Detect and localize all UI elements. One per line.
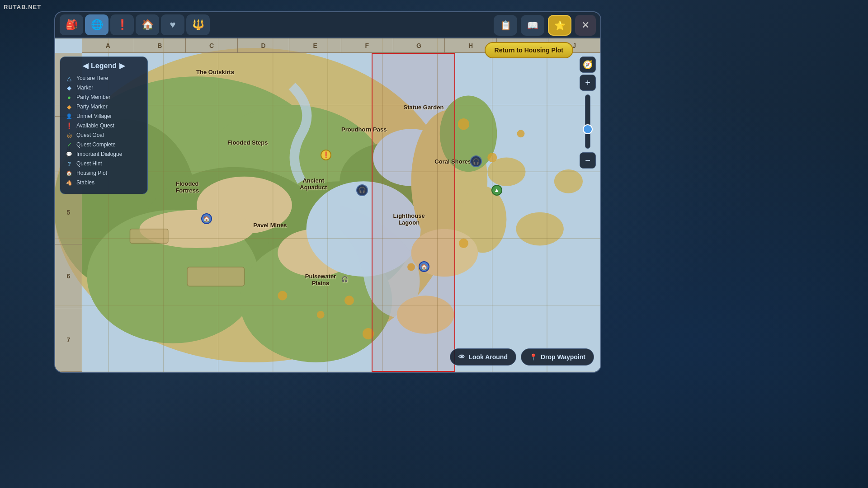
watermark: RUTAB.NET: [4, 4, 41, 10]
featured-button[interactable]: ⭐: [548, 15, 571, 36]
zoom-in-button[interactable]: +: [580, 75, 596, 91]
drop-waypoint-button[interactable]: 📍 Drop Waypoint: [521, 348, 594, 366]
quest-hint-icon: ?: [66, 160, 73, 167]
quest-complete-icon: ✓: [66, 141, 73, 148]
col-E: E: [289, 38, 341, 52]
available-quest-icon: ❗: [66, 122, 73, 129]
map-area[interactable]: A B C D E F G H I J 3 4 5 6 7: [55, 38, 600, 372]
look-around-icon: 👁: [458, 353, 465, 361]
zoom-handle: [583, 124, 593, 134]
clipboard-button[interactable]: 📋: [494, 15, 517, 36]
legend-label-quest-goal: Quest Goal: [76, 132, 104, 138]
party-member-icon: ●: [66, 94, 73, 101]
legend-quest-complete: ✓ Quest Complete: [66, 141, 142, 148]
legend-arrow-left[interactable]: ◀: [83, 61, 88, 70]
marker-housing-bottom-right[interactable]: 🏠: [419, 261, 429, 272]
location-ancient-aquaduct: AncientAquaduct: [300, 177, 327, 191]
location-pulsewater-plains: PulsewaterPlains: [305, 273, 336, 286]
legend-label-quest-hint: Quest Hint: [76, 160, 102, 167]
legend-label-marker: Marker: [76, 84, 93, 91]
legend-quest-goal: ◎ Quest Goal: [66, 131, 142, 139]
screen-background: RUTAB.NET 🎒 🌐 ❗ 🏠 ♥ 🔱 📋 📖 ⭐ ✕: [0, 0, 868, 488]
marker-quest-flooded-steps[interactable]: ❗: [321, 150, 331, 160]
map-background: A B C D E F G H I J 3 4 5 6 7: [55, 38, 600, 372]
location-lighthouse-lagoon: LighthouseLagoon: [393, 212, 425, 226]
legend-important-dialogue: 💬 Important Dialogue: [66, 150, 142, 158]
legend-housing-plot: 🏠 Housing Plot: [66, 169, 142, 177]
tab-inventory[interactable]: 🎒: [60, 14, 83, 35]
col-F: F: [341, 38, 393, 52]
return-to-housing-button[interactable]: Return to Housing Plot: [485, 42, 573, 58]
marker-quest-pulsewater[interactable]: 🎧: [341, 276, 348, 282]
location-flooded-fortress: FloodedFortress: [175, 180, 199, 194]
stables-icon: 🐴: [66, 179, 73, 186]
legend-label-important-dialogue: Important Dialogue: [76, 151, 122, 157]
tab-map[interactable]: 🌐: [85, 14, 108, 35]
legend-marker: ◆ Marker: [66, 84, 142, 91]
location-the-outskirts: The Outskirts: [196, 69, 234, 75]
location-coral-shores: Coral Shores: [434, 158, 471, 165]
zoom-icon: 🧭: [580, 56, 596, 73]
tab-guild[interactable]: 🔱: [186, 14, 210, 35]
legend-party-marker: ◆ Party Marker: [66, 103, 142, 110]
tab-social[interactable]: ♥: [161, 14, 184, 35]
legend-label-available-quest: Available Quest: [76, 122, 114, 129]
legend-available-quest: ❗ Available Quest: [66, 122, 142, 129]
legend-party-member: ● Party Member: [66, 94, 142, 101]
close-button[interactable]: ✕: [575, 15, 596, 36]
location-flooded-steps: Flooded Steps: [227, 139, 268, 146]
marker-icon: ◆: [66, 84, 73, 91]
col-D: D: [238, 38, 290, 52]
zoom-out-button[interactable]: −: [580, 152, 596, 169]
zoom-controls: 🧭 + −: [580, 56, 596, 169]
legend-label-stables: Stables: [76, 179, 94, 186]
quest-goal-icon: ◎: [66, 131, 73, 139]
col-G: G: [393, 38, 445, 52]
look-around-label: Look Around: [468, 353, 508, 361]
legend-unmet-villager: 👤 Unmet Villager: [66, 113, 142, 120]
legend-label-unmet-villager: Unmet Villager: [76, 113, 112, 119]
tab-housing[interactable]: 🏠: [136, 14, 159, 35]
bottom-action-bar: 👁 Look Around 📍 Drop Waypoint: [450, 348, 594, 366]
party-marker-icon: ◆: [66, 103, 73, 110]
tab-bar-right: 📋 📖 ⭐ ✕: [494, 15, 596, 36]
legend-box: ◀ Legend ▶ △ You are Here ◆ Marker ● P: [60, 56, 148, 194]
you-are-here-icon: △: [66, 75, 73, 82]
selection-box: [372, 53, 455, 372]
legend-title: ◀ Legend ▶: [66, 61, 142, 70]
legend-label-you-are-here: You are Here: [76, 75, 108, 81]
look-around-button[interactable]: 👁 Look Around: [450, 348, 516, 366]
important-dialogue-icon: 💬: [66, 150, 73, 158]
map-content[interactable]: The Outskirts Statue Garden Flooded Step…: [82, 53, 600, 372]
legend-quest-hint: ? Quest Hint: [66, 160, 142, 167]
location-proudhorn-pass: Proudhorn Pass: [341, 126, 387, 133]
col-A: A: [82, 38, 134, 52]
book-button[interactable]: 📖: [521, 15, 544, 36]
drop-waypoint-label: Drop Waypoint: [541, 353, 585, 361]
legend-arrow-right[interactable]: ▶: [119, 61, 125, 70]
legend-label-quest-complete: Quest Complete: [76, 141, 116, 148]
col-C: C: [186, 38, 238, 52]
tab-bar: 🎒 🌐 ❗ 🏠 ♥ 🔱 📋 📖 ⭐ ✕: [55, 12, 600, 38]
marker-quest-coral[interactable]: 🎧: [470, 155, 482, 167]
row-7: 7: [55, 308, 82, 372]
location-pavel-mines: Pavel Mines: [253, 222, 287, 229]
zoom-slider[interactable]: [585, 94, 590, 149]
marker-party-member[interactable]: ▲: [491, 185, 502, 196]
tab-quest[interactable]: ❗: [110, 14, 134, 35]
location-statue-garden: Statue Garden: [404, 104, 444, 111]
marker-quest-aquaduct[interactable]: 🎧: [356, 184, 368, 196]
legend-label-housing-plot: Housing Plot: [76, 170, 107, 176]
legend-you-are-here: △ You are Here: [66, 75, 142, 82]
legend-title-text: Legend: [91, 62, 117, 70]
unmet-villager-icon: 👤: [66, 113, 73, 120]
drop-waypoint-icon: 📍: [529, 353, 537, 361]
legend-stables: 🐴 Stables: [66, 179, 142, 186]
game-window: 🎒 🌐 ❗ 🏠 ♥ 🔱 📋 📖 ⭐ ✕: [54, 11, 601, 373]
legend-label-party-marker: Party Marker: [76, 103, 108, 110]
legend-label-party-member: Party Member: [76, 94, 110, 100]
marker-housing-left[interactable]: 🏠: [201, 213, 212, 224]
housing-plot-icon: 🏠: [66, 169, 73, 177]
row-6: 6: [55, 244, 82, 308]
col-B: B: [134, 38, 186, 52]
